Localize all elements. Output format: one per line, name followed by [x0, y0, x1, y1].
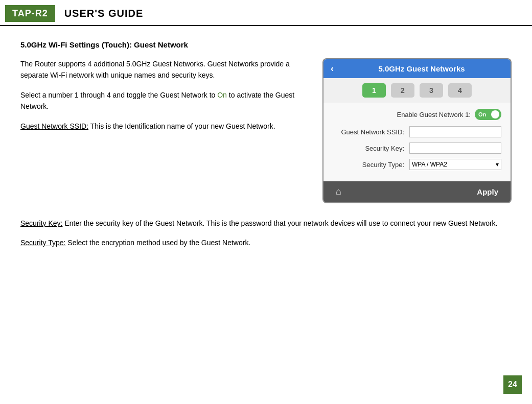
dropdown-arrow-icon: ▾ — [496, 161, 499, 168]
guest-ssid-term: Guest Network SSID: — [20, 122, 88, 130]
brand-label: TAP-R2 — [5, 5, 55, 22]
select-text: Select a number 1 through 4 and toggle t… — [20, 89, 302, 112]
apply-button[interactable]: Apply — [477, 187, 498, 196]
tab-4[interactable]: 4 — [448, 83, 472, 98]
guide-title: USER'S GUIDE — [64, 8, 144, 19]
tab-1[interactable]: 1 — [362, 83, 386, 98]
toggle-switch[interactable]: On — [475, 109, 501, 120]
main-content: 5.0GHz Wi-Fi Settings (Touch): Guest Net… — [0, 26, 532, 277]
intro-text: The Router supports 4 additional 5.0GHz … — [20, 58, 302, 81]
bottom-descriptions: Security Key: Enter the security key of … — [20, 218, 512, 256]
security-type-value: WPA / WPA2 ▾ — [409, 159, 501, 170]
ssid-label: Guest Network SSID: — [333, 128, 404, 136]
tab-2[interactable]: 2 — [391, 83, 414, 98]
home-icon[interactable]: ⌂ — [336, 186, 341, 197]
phone-mockup: ‹ 5.0GHz Guest Networks 1 2 3 4 Enable G… — [322, 58, 512, 203]
tab-3[interactable]: 3 — [420, 83, 443, 98]
security-type-row: Security Type: WPA / WPA2 ▾ — [333, 159, 501, 170]
enable-toggle-row: Enable Guest Network 1: On — [333, 109, 501, 120]
phone-header: ‹ 5.0GHz Guest Networks — [323, 59, 511, 78]
phone-title: 5.0GHz Guest Networks — [340, 64, 503, 73]
text-column: The Router supports 4 additional 5.0GHz … — [20, 58, 302, 140]
on-highlight: On — [217, 91, 227, 99]
security-key-desc-text: Enter the security key of the Guest Netw… — [64, 219, 497, 227]
phone-body: Enable Guest Network 1: On Guest Network… — [323, 103, 511, 181]
enable-label: Enable Guest Network 1: — [333, 111, 471, 118]
ssid-row: Guest Network SSID: — [333, 126, 501, 137]
security-type-term: Security Type: — [20, 239, 65, 247]
security-key-desc-para: Security Key: Enter the security key of … — [20, 218, 512, 230]
phone-tabs: 1 2 3 4 — [323, 78, 511, 103]
back-arrow-icon[interactable]: ‹ — [331, 63, 334, 74]
security-type-select[interactable]: WPA / WPA2 ▾ — [409, 159, 501, 170]
security-type-label: Security Type: — [333, 161, 404, 169]
security-type-desc-para: Security Type: Select the encryption met… — [20, 237, 512, 249]
toggle-knob — [491, 110, 499, 118]
ssid-value — [409, 126, 501, 137]
security-key-value — [409, 142, 501, 154]
security-type-desc-text: Select the encryption method used by the… — [67, 239, 250, 247]
security-key-row: Security Key: — [333, 142, 501, 154]
page-header: TAP-R2 USER'S GUIDE — [0, 0, 532, 26]
page-number: 24 — [503, 375, 522, 394]
security-key-term: Security Key: — [20, 219, 62, 227]
content-row: The Router supports 4 additional 5.0GHz … — [20, 58, 512, 203]
toggle-on-text: On — [477, 111, 486, 117]
guest-ssid-desc-para: Guest Network SSID: This is the Identifi… — [20, 121, 302, 132]
ssid-input[interactable] — [409, 126, 501, 137]
section-title: 5.0GHz Wi-Fi Settings (Touch): Guest Net… — [20, 40, 512, 49]
security-key-input[interactable] — [409, 142, 501, 154]
phone-footer: ⌂ Apply — [323, 181, 511, 202]
security-key-label: Security Key: — [333, 145, 404, 152]
